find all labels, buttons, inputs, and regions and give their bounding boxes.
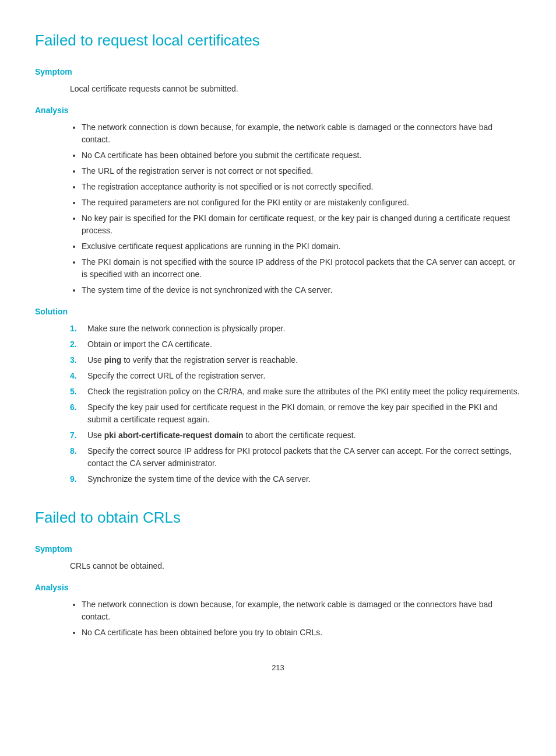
list-item: No key pair is specified for the PKI dom… <box>82 212 521 237</box>
list-item: No CA certificate has been obtained befo… <box>82 626 521 639</box>
list-item: The network connection is down because, … <box>82 121 521 146</box>
step-text: Use ping to verify that the registration… <box>87 354 521 366</box>
page-number: 213 <box>35 662 521 674</box>
list-item: 8. Specify the correct source IP address… <box>70 445 521 470</box>
step-number: 7. <box>70 429 84 442</box>
step-text: Specify the correct URL of the registrat… <box>87 370 521 382</box>
section1-solution-block: Solution 1. Make sure the network connec… <box>35 306 521 485</box>
section2-symptom-block: Symptom CRLs cannot be obtained. <box>35 543 521 572</box>
symptom-heading-2: Symptom <box>35 543 521 555</box>
step-text: Check the registration policy on the CR/… <box>87 386 521 398</box>
step-text: Specify the key pair used for certificat… <box>87 401 521 426</box>
symptom-text-1: Local certificate requests cannot be sub… <box>70 83 521 95</box>
section1-analysis-block: Analysis The network connection is down … <box>35 104 521 296</box>
step-text: Use pki abort-certificate-request domain… <box>87 429 521 442</box>
analysis-heading-1: Analysis <box>35 104 521 117</box>
step-number: 2. <box>70 338 84 351</box>
page-title-2: Failed to obtain CRLs <box>35 506 521 529</box>
step-number: 3. <box>70 354 84 366</box>
list-item: The PKI domain is not specified with the… <box>82 256 521 281</box>
symptom-heading-1: Symptom <box>35 66 521 78</box>
list-item: No CA certificate has been obtained befo… <box>82 149 521 162</box>
section2-analysis-block: Analysis The network connection is down … <box>35 582 521 639</box>
list-item: 3. Use ping to verify that the registrat… <box>70 354 521 366</box>
list-item: 4. Specify the correct URL of the regist… <box>70 370 521 382</box>
analysis-bullets-2: The network connection is down because, … <box>82 598 521 639</box>
list-item: 7. Use pki abort-certificate-request dom… <box>70 429 521 442</box>
list-item: 1. Make sure the network connection is p… <box>70 323 521 335</box>
symptom-text-2: CRLs cannot be obtained. <box>70 560 521 572</box>
list-item: Exclusive certificate request applicatio… <box>82 240 521 253</box>
list-item: 9. Synchronize the system time of the de… <box>70 473 521 485</box>
list-item: 5. Check the registration policy on the … <box>70 386 521 398</box>
section1-symptom-block: Symptom Local certificate requests canno… <box>35 66 521 95</box>
list-item: The registration acceptance authority is… <box>82 181 521 193</box>
solution-heading-1: Solution <box>35 306 521 318</box>
list-item: 6. Specify the key pair used for certifi… <box>70 401 521 426</box>
step-text: Make sure the network connection is phys… <box>87 323 521 335</box>
solution-steps-1: 1. Make sure the network connection is p… <box>70 323 521 485</box>
step-number: 1. <box>70 323 84 335</box>
list-item: The required parameters are not configur… <box>82 197 521 209</box>
analysis-heading-2: Analysis <box>35 582 521 594</box>
step-number: 5. <box>70 386 84 398</box>
step-text: Obtain or import the CA certificate. <box>87 338 521 351</box>
step-number: 6. <box>70 401 84 414</box>
step-number: 8. <box>70 445 84 457</box>
list-item: The network connection is down because, … <box>82 598 521 623</box>
step-text: Specify the correct source IP address fo… <box>87 445 521 470</box>
step-number: 9. <box>70 473 84 485</box>
list-item: 2. Obtain or import the CA certificate. <box>70 338 521 351</box>
step-text: Synchronize the system time of the devic… <box>87 473 521 485</box>
step-number: 4. <box>70 370 84 382</box>
list-item: The system time of the device is not syn… <box>82 284 521 296</box>
list-item: The URL of the registration server is no… <box>82 165 521 177</box>
page-title-1: Failed to request local certificates <box>35 29 521 52</box>
analysis-bullets-1: The network connection is down because, … <box>82 121 521 296</box>
